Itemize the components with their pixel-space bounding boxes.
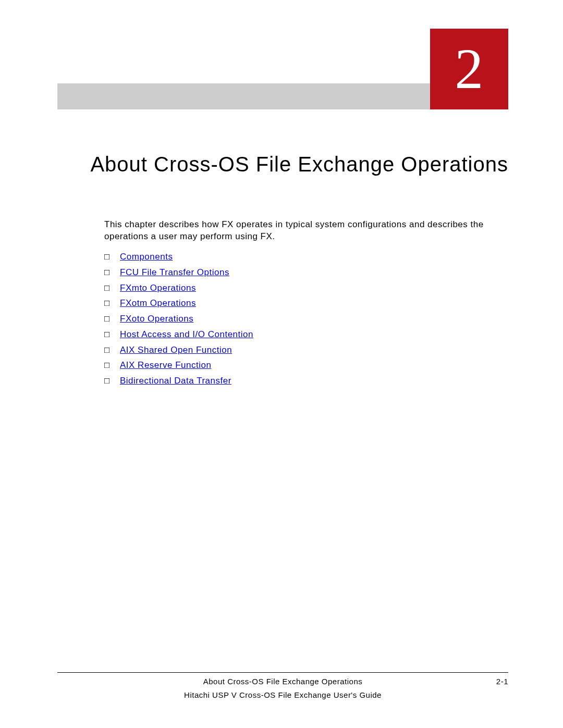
toc-item: □ FXmto Operations (104, 280, 508, 296)
toc-item: □ AIX Reserve Function (104, 357, 508, 373)
page-footer: About Cross-OS File Exchange Operations … (57, 672, 508, 699)
chapter-number-box: 2 (430, 29, 508, 109)
toc-link-fxotm[interactable]: FXotm Operations (120, 295, 196, 311)
toc-item: □ Components (104, 249, 508, 265)
footer-page-number: 2-1 (496, 677, 508, 686)
toc-link-host-access[interactable]: Host Access and I/O Contention (120, 327, 253, 342)
toc-link-bidirectional[interactable]: Bidirectional Data Transfer (120, 373, 231, 389)
toc-link-fxoto[interactable]: FXoto Operations (120, 311, 193, 327)
footer-book-title: Hitachi USP V Cross-OS File Exchange Use… (57, 690, 508, 699)
toc-item: □ Bidirectional Data Transfer (104, 373, 508, 389)
toc-item: □ FXoto Operations (104, 311, 508, 327)
toc-link-fxmto[interactable]: FXmto Operations (120, 280, 196, 296)
square-bullet-icon: □ (104, 280, 120, 296)
square-bullet-icon: □ (104, 295, 120, 311)
toc-list: □ Components □ FCU File Transfer Options… (104, 249, 508, 389)
toc-link-components[interactable]: Components (120, 249, 173, 265)
footer-section-title: About Cross-OS File Exchange Operations (203, 677, 362, 686)
toc-item: □ Host Access and I/O Contention (104, 327, 508, 342)
square-bullet-icon: □ (104, 342, 120, 358)
toc-item: □ FXotm Operations (104, 295, 508, 311)
footer-divider (57, 672, 508, 673)
square-bullet-icon: □ (104, 373, 120, 389)
chapter-title: About Cross-OS File Exchange Operations (57, 151, 508, 177)
square-bullet-icon: □ (104, 249, 120, 265)
square-bullet-icon: □ (104, 357, 120, 373)
toc-item: □ AIX Shared Open Function (104, 342, 508, 358)
square-bullet-icon: □ (104, 327, 120, 342)
toc-link-aix-reserve[interactable]: AIX Reserve Function (120, 357, 211, 373)
toc-item: □ FCU File Transfer Options (104, 265, 508, 280)
square-bullet-icon: □ (104, 265, 120, 280)
toc-link-fcu-file-transfer[interactable]: FCU File Transfer Options (120, 265, 229, 280)
toc-link-aix-shared-open[interactable]: AIX Shared Open Function (120, 342, 232, 358)
square-bullet-icon: □ (104, 311, 120, 327)
intro-paragraph: This chapter describes how FX operates i… (104, 219, 508, 243)
